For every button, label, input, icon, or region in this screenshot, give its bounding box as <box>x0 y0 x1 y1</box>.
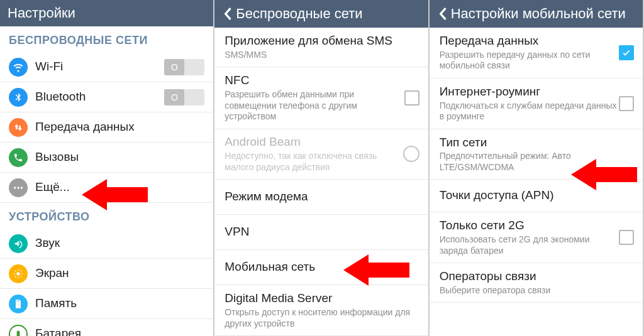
wifi-icon <box>9 58 28 77</box>
battery-label: Батарея <box>35 327 204 336</box>
back-icon[interactable] <box>437 7 448 21</box>
item-sms-app[interactable]: Приложение для обмена SMS SMS/MMS <box>214 28 428 67</box>
data-title: Передача данных <box>440 34 619 48</box>
item-wifi[interactable]: Wi-Fi O <box>0 52 213 82</box>
display-icon <box>9 264 28 283</box>
item-android-beam: Android Beam Недоступно, так как отключе… <box>214 129 428 180</box>
data-sub: Разрешить передачу данных по сети мобиль… <box>440 50 619 72</box>
wireless-panel: Беспроводные сети Приложение для обмена … <box>214 0 429 336</box>
roaming-checkbox[interactable] <box>619 96 634 111</box>
svg-point-0 <box>14 187 16 188</box>
item-data-usage[interactable]: Передача данных <box>0 112 213 143</box>
header-wireless: Беспроводные сети <box>214 0 428 28</box>
data-usage-icon <box>9 118 28 137</box>
item-display[interactable]: Экран <box>0 259 213 289</box>
more-icon <box>9 178 28 197</box>
calls-label: Вызовы <box>35 150 204 165</box>
nettype-sub: Предпочтительный режим: Авто LTE/GSM/WCD… <box>440 151 634 173</box>
header-title: Настройки мобильной сети <box>451 6 626 22</box>
header-title: Беспроводные сети <box>236 6 362 22</box>
settings-panel: Настройки БЕСПРОВОДНЫЕ СЕТИ Wi-Fi O Blue… <box>0 0 214 336</box>
item-bluetooth[interactable]: Bluetooth O <box>0 82 213 112</box>
item-network-type[interactable]: Тип сети Предпочтительный режим: Авто LT… <box>430 129 643 180</box>
svg-point-3 <box>16 272 19 275</box>
item-battery[interactable]: Батарея <box>0 319 213 336</box>
beam-sub: Недоступно, так как отключена связь мало… <box>225 151 402 173</box>
bluetooth-label: Bluetooth <box>35 90 164 104</box>
sound-label: Звук <box>35 236 204 251</box>
item-storage[interactable]: Память <box>0 289 213 319</box>
battery-icon <box>9 325 28 337</box>
ops-title: Операторы связи <box>440 269 634 284</box>
beam-toggle <box>403 146 419 162</box>
tether-label: Режим модема <box>225 190 419 204</box>
more-label: Ещё... <box>35 180 204 195</box>
item-mobile-data[interactable]: Передача данных Разрешить передачу данны… <box>430 28 643 79</box>
svg-point-1 <box>17 187 19 188</box>
data-usage-label: Передача данных <box>35 120 204 134</box>
nettype-title: Тип сети <box>440 136 634 150</box>
header-settings: Настройки <box>0 0 213 26</box>
storage-label: Память <box>35 296 204 311</box>
only2g-sub: Использовать сети 2G для экономии заряда… <box>440 234 619 256</box>
mobile-data-checkbox[interactable] <box>619 45 634 60</box>
nfc-title: NFC <box>225 73 404 88</box>
roam-title: Интернет-роуминг <box>440 85 619 99</box>
item-vpn[interactable]: VPN <box>214 215 428 250</box>
mobile-label: Мобильная сеть <box>225 260 419 274</box>
item-tethering[interactable]: Режим модема <box>214 180 428 215</box>
sms-sub: SMS/MMS <box>225 50 419 61</box>
item-dms[interactable]: Digital Media Server Открыть доступ к но… <box>214 285 428 336</box>
only2g-title: Только сети 2G <box>440 219 619 233</box>
nfc-sub: Разрешить обмен данными при совмещении т… <box>225 89 404 122</box>
dms-sub: Открыть доступ к носителю информации для… <box>225 307 419 329</box>
roam-sub: Подключаться к службам передачи данных в… <box>440 100 619 122</box>
header-title: Настройки <box>8 5 75 21</box>
back-icon[interactable] <box>222 7 233 21</box>
wifi-label: Wi-Fi <box>35 60 164 74</box>
section-wireless: БЕСПРОВОДНЫЕ СЕТИ <box>0 26 213 52</box>
only2g-checkbox[interactable] <box>619 230 634 245</box>
item-2g-only[interactable]: Только сети 2G Использовать сети 2G для … <box>430 212 643 263</box>
item-calls[interactable]: Вызовы <box>0 143 213 173</box>
item-operators[interactable]: Операторы связи Выберите оператора связи <box>430 263 643 303</box>
svg-point-2 <box>21 187 23 188</box>
storage-icon <box>9 295 28 313</box>
nfc-checkbox[interactable] <box>404 90 419 106</box>
sms-title: Приложение для обмена SMS <box>225 34 419 48</box>
item-mobile-network[interactable]: Мобильная сеть <box>214 250 428 285</box>
mobile-network-panel: Настройки мобильной сети Передача данных… <box>430 0 644 336</box>
item-nfc[interactable]: NFC Разрешить обмен данными при совмещен… <box>214 67 428 129</box>
item-sound[interactable]: Звук <box>0 229 213 259</box>
vpn-label: VPN <box>225 225 419 239</box>
bluetooth-icon <box>9 88 28 107</box>
item-roaming[interactable]: Интернет-роуминг Подключаться к службам … <box>430 79 643 129</box>
item-apn[interactable]: Точки доступа (APN) <box>430 180 643 212</box>
section-device: УСТРОЙСТВО <box>0 203 213 229</box>
sound-icon <box>9 234 28 253</box>
bluetooth-toggle[interactable]: O <box>164 89 204 106</box>
ops-sub: Выберите оператора связи <box>440 285 634 296</box>
wifi-toggle[interactable]: O <box>164 59 204 75</box>
apn-label: Точки доступа (APN) <box>440 188 634 203</box>
header-mobile: Настройки мобильной сети <box>430 0 643 28</box>
item-more[interactable]: Ещё... <box>0 173 213 203</box>
beam-title: Android Beam <box>225 135 402 149</box>
dms-title: Digital Media Server <box>225 291 419 306</box>
phone-icon <box>9 148 28 167</box>
display-label: Экран <box>35 266 204 281</box>
